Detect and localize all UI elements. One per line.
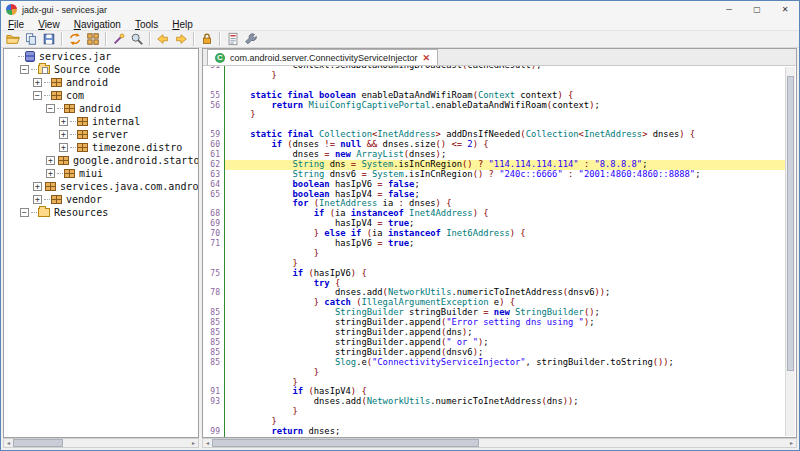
package-icon [77,117,88,126]
tree-item-miui[interactable]: +miui [4,167,198,180]
collapse-icon[interactable]: − [46,104,55,113]
deobfuscation-button[interactable] [198,31,216,47]
expand-icon[interactable]: + [59,143,68,152]
menu-help[interactable]: Help [165,18,200,31]
line-number: 55 [203,91,225,101]
menu-view[interactable]: View [31,18,67,31]
expand-icon[interactable]: + [46,169,55,178]
tree-item-source-code[interactable]: −Source code [4,63,198,76]
preferences-button[interactable] [242,31,260,47]
forward-button[interactable] [172,31,190,47]
scroll-left-arrow[interactable]: ◂ [203,439,212,447]
add-files-button[interactable] [22,31,40,47]
tree-item-label: internal [92,116,140,127]
tree-item-android[interactable]: −android [4,102,198,115]
code-line-text: } [225,110,786,120]
tab-close-icon[interactable]: ✕ [423,53,431,63]
tree-item-com[interactable]: −com [4,89,198,102]
line-number: 69 [203,219,225,229]
line-number: 85 [203,338,225,348]
window-controls: ─ ▢ ✕ [715,1,799,18]
source-folder-icon [38,65,50,74]
expand-icon[interactable]: + [33,195,42,204]
expand-icon[interactable]: + [59,117,68,126]
collapse-icon[interactable]: − [33,91,42,100]
code-horizontal-scrollbar[interactable]: ◂ ▸ [202,438,797,448]
line-number: 63 [203,170,225,180]
code-line-text: return MiuiConfigCaptivePortal.enableDat… [225,101,786,111]
collapse-icon[interactable]: − [20,208,29,217]
tree-item-label: services.java.com.android.server. [60,181,199,192]
tree-item-label: timezone.distro [92,142,182,153]
tree-item-label: android [79,103,121,114]
expand-icon[interactable]: + [59,130,68,139]
flat-packages-button[interactable] [84,31,102,47]
class-search-button[interactable] [128,31,146,47]
toolbar-group [66,31,102,47]
line-number: 64 [203,180,225,190]
tree-item-google-android-startop-iorap[interactable]: +google.android.startop.iorap [4,154,198,167]
tab-connectivityserviceinjector[interactable]: C com.android.server.ConnectivityService… [207,49,438,65]
expand-icon[interactable]: + [33,182,42,191]
toolbar [1,31,799,48]
line-number [203,249,225,259]
code-vertical-scrollbar[interactable] [785,67,795,436]
menu-file[interactable]: File [1,18,31,31]
minimize-button[interactable]: ─ [715,1,743,18]
tree-item-vendor[interactable]: +vendor [4,193,198,206]
code-line: } [203,407,786,417]
tree-item-internal[interactable]: +internal [4,115,198,128]
line-number: 62 [203,160,225,170]
close-button[interactable]: ✕ [771,1,799,18]
tree-connector [31,69,37,70]
expand-icon[interactable]: + [33,78,42,87]
line-number: 85 [203,328,225,338]
expand-icon[interactable]: + [46,156,55,165]
log-viewer-button[interactable] [224,31,242,47]
code-line-text: dnses.add(NetworkUtils.numericToInetAddr… [225,397,786,407]
tree-horizontal-scrollbar[interactable]: ◂ ▸ [3,438,199,448]
tree-item-server[interactable]: +server [4,128,198,141]
code-line: } [203,71,786,81]
tree-item-services-jar[interactable]: +services.jar [4,50,198,63]
tree-connector [18,56,24,57]
back-button[interactable] [154,31,172,47]
code-line: } [203,110,786,120]
toolbar-separator [105,32,107,46]
open-file-button[interactable] [4,31,22,47]
scrollbar-thumb[interactable] [787,76,794,371]
line-number: 85 [203,308,225,318]
maximize-button[interactable]: ▢ [743,1,771,18]
code-line-text: } [225,368,786,378]
line-number [203,279,225,289]
menu-bar: FileViewNavigationToolsHelp [1,18,799,31]
scrollbar-thumb[interactable] [13,439,63,447]
line-number [203,298,225,308]
folder-icon [38,208,50,217]
project-tree[interactable]: +services.jar−Source code+android−com−an… [3,48,199,438]
tree-item-timezone-distro[interactable]: +timezone.distro [4,141,198,154]
scroll-right-arrow[interactable]: ▸ [189,439,198,447]
code-editor[interactable]: 51 context.sendDataRoamingBroadcast(cach… [203,66,786,437]
text-search-button[interactable] [110,31,128,47]
line-number: 85 [203,348,225,358]
scroll-left-arrow[interactable]: ◂ [4,439,13,447]
package-icon [77,130,88,139]
package-icon [58,156,69,165]
menu-tools[interactable]: Tools [128,18,165,31]
collapse-icon[interactable]: − [20,65,29,74]
line-number: 71 [203,239,225,249]
tree-item-android[interactable]: +android [4,76,198,89]
tree-item-label: Resources [54,207,108,218]
scrollbar-thumb[interactable] [212,439,479,447]
line-number: 61 [203,150,225,160]
save-all-button[interactable] [40,31,58,47]
scroll-right-arrow[interactable]: ▸ [787,439,796,447]
line-number: 85 [203,358,225,368]
tree-item-services-java-com-android-server[interactable]: +services.java.com.android.server. [4,180,198,193]
sync-button[interactable] [66,31,84,47]
class-icon: C [215,53,225,63]
menu-navigation[interactable]: Navigation [67,18,128,31]
line-number: 59 [203,130,225,140]
tree-item-resources[interactable]: −Resources [4,206,198,219]
